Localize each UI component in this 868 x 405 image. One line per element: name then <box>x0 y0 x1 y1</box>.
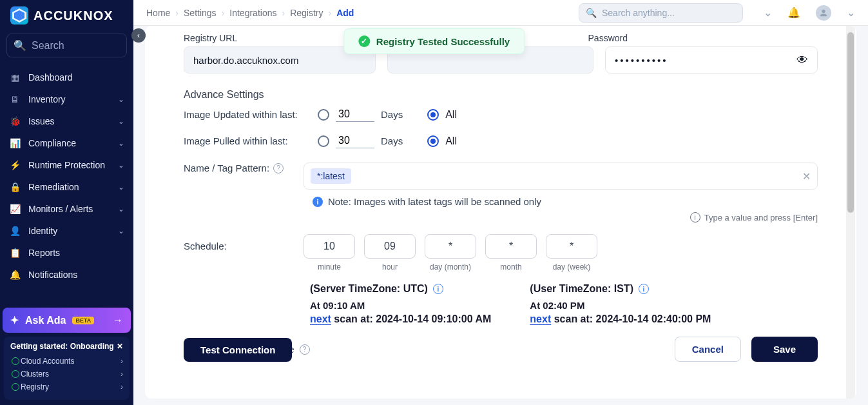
chevron-right-icon: › <box>121 370 123 379</box>
clear-icon[interactable]: ✕ <box>802 170 811 183</box>
onboarding-title: Getting started: Onboarding <box>10 342 114 351</box>
collapse-sidebar-button[interactable]: ‹ <box>131 28 146 43</box>
info-outline-icon: i <box>690 212 700 222</box>
lock-icon: 🔒 <box>9 182 21 192</box>
global-search[interactable]: 🔍 Search anything... <box>579 3 743 23</box>
user-menu-caret-icon[interactable]: ⌄ <box>847 6 855 19</box>
crumb-settings[interactable]: Settings <box>184 8 217 18</box>
updated-all-radio[interactable] <box>427 109 439 121</box>
crumb-home[interactable]: Home <box>146 8 170 18</box>
chevron-down-icon: ⌄ <box>118 183 124 192</box>
cron-dom-input[interactable]: * <box>425 234 476 259</box>
bell-icon[interactable]: 🔔 <box>787 6 800 19</box>
pattern-note: Note: Images with latest tags will be sc… <box>328 196 541 207</box>
sidebar-item-identity[interactable]: 👤Identity⌄ <box>0 220 133 242</box>
sidebar-search[interactable]: 🔍 Search <box>6 34 127 57</box>
sidebar-item-remediation[interactable]: 🔒Remediation⌄ <box>0 176 133 198</box>
breadcrumb: Home› Settings› Integrations› Registry› … <box>146 8 354 18</box>
cron-hour-input[interactable]: 09 <box>364 234 416 259</box>
bell-icon: 🔔 <box>9 270 21 280</box>
sidebar-item-monitors[interactable]: 📈Monitors / Alerts⌄ <box>0 198 133 220</box>
crumb-integrations[interactable]: Integrations <box>229 8 276 18</box>
chart-icon: 📊 <box>9 138 21 148</box>
chevron-down-icon: ⌄ <box>118 117 124 126</box>
brand-logo: ACCUKNOX <box>0 0 133 30</box>
pulled-days-input[interactable] <box>336 133 374 148</box>
side-nav: ▦Dashboard 🖥Inventory⌄ 🐞Issues⌄ 📊Complia… <box>0 64 133 305</box>
sidebar-item-runtime[interactable]: ⚡Runtime Protection⌄ <box>0 154 133 176</box>
password-input[interactable]: •••••••••• 👁 <box>605 46 818 74</box>
password-label: Password <box>588 33 628 43</box>
cron-minute-cap: minute <box>318 262 341 272</box>
user-tz-head: (User TimeZone: IST) <box>530 283 633 295</box>
cron-month-cap: month <box>500 262 521 272</box>
updated-days-radio[interactable] <box>318 109 329 121</box>
sidebar-item-inventory[interactable]: 🖥Inventory⌄ <box>0 88 133 110</box>
test-connection-button[interactable]: Test Connection <box>184 338 292 362</box>
chevron-right-icon: › <box>121 382 123 391</box>
server-tz-next: scan at: 2024-10-14 09:10:00 AM <box>331 313 491 324</box>
days-unit: Days <box>381 109 403 120</box>
onboard-item-cloud[interactable]: Cloud Accounts› <box>10 355 123 368</box>
crumb-registry[interactable]: Registry <box>290 8 323 18</box>
svg-point-2 <box>822 9 825 12</box>
server-next-link[interactable]: next <box>310 313 331 324</box>
info-icon[interactable]: i <box>433 284 443 294</box>
toast-message: Registry Tested Successfully <box>376 36 510 47</box>
brand-text: ACCUKNOX <box>34 8 113 23</box>
eye-icon[interactable]: 👁 <box>796 54 808 67</box>
enter-hint: Type a value and press [Enter] <box>704 213 818 222</box>
chevron-right-icon: › <box>121 357 123 366</box>
info-icon[interactable]: i <box>639 284 649 294</box>
sidebar-item-reports[interactable]: 📋Reports <box>0 242 133 264</box>
success-toast: ✓ Registry Tested Successfully <box>343 28 525 54</box>
cron-minute-input[interactable]: 10 <box>304 234 355 259</box>
check-circle-icon: ✓ <box>358 35 370 47</box>
avatar[interactable] <box>816 5 831 21</box>
sidebar-item-dashboard[interactable]: ▦Dashboard <box>0 66 133 88</box>
cron-month-input[interactable]: * <box>485 234 537 259</box>
updated-days-input[interactable] <box>336 107 374 122</box>
sparkle-icon: ✦ <box>10 314 19 326</box>
pattern-chip[interactable]: *:latest <box>311 168 351 184</box>
cron-dom-cap: day (month) <box>430 262 471 272</box>
chevron-down-icon: ⌄ <box>118 226 124 235</box>
logo-mark-icon <box>10 6 28 25</box>
ask-ada-button[interactable]: ✦ Ask Ada BETA → <box>3 308 131 333</box>
onboard-item-registry[interactable]: Registry› <box>10 380 123 393</box>
main-panel: Registry URL Self signed ... Password ha… <box>145 26 856 399</box>
dropdown-caret-icon[interactable]: ⌄ <box>764 6 772 19</box>
registry-url-label: Registry URL <box>184 33 237 43</box>
clipboard-icon: 📋 <box>9 248 21 258</box>
chevron-down-icon: ⌄ <box>118 204 124 213</box>
save-button[interactable]: Save <box>751 337 818 362</box>
pattern-input[interactable]: *:latest ✕ <box>304 163 818 190</box>
chevron-down-icon: ⌄ <box>118 139 124 148</box>
cancel-button[interactable]: Cancel <box>675 337 741 362</box>
pulled-all-radio[interactable] <box>427 135 439 147</box>
server-tz-head: (Server TimeZone: UTC) <box>310 283 428 295</box>
pulled-days-radio[interactable] <box>318 135 329 147</box>
close-icon[interactable]: ✕ <box>117 342 123 351</box>
image-updated-label: Image Updated within last: <box>184 108 306 121</box>
cron-dow-input[interactable]: * <box>546 234 597 259</box>
help-icon[interactable]: ? <box>273 163 284 173</box>
advance-settings-title: Advance Settings <box>184 89 818 101</box>
image-pulled-label: Image Pulled within last: <box>184 135 306 148</box>
beta-badge: BETA <box>72 317 94 324</box>
sidebar-item-compliance[interactable]: 📊Compliance⌄ <box>0 132 133 154</box>
sidebar-item-issues[interactable]: 🐞Issues⌄ <box>0 110 133 132</box>
ask-ada-label: Ask Ada <box>25 315 66 326</box>
all-label: All <box>445 135 457 147</box>
schedule-label: Schedule: <box>184 234 292 252</box>
crumb-add: Add <box>336 8 354 18</box>
sidebar-item-notifications[interactable]: 🔔Notifications <box>0 264 133 286</box>
cron-hour-cap: hour <box>382 262 398 272</box>
chevron-down-icon: ⌄ <box>118 161 124 170</box>
user-next-link[interactable]: next <box>530 313 551 324</box>
onboard-item-clusters[interactable]: Clusters› <box>10 368 123 380</box>
help-icon[interactable]: ? <box>300 344 310 355</box>
pattern-label: Name / Tag Pattern: <box>184 163 269 173</box>
monitor-icon: 🖥 <box>9 94 21 104</box>
sidebar: ACCUKNOX 🔍 Search ▦Dashboard 🖥Inventory⌄… <box>0 0 133 405</box>
